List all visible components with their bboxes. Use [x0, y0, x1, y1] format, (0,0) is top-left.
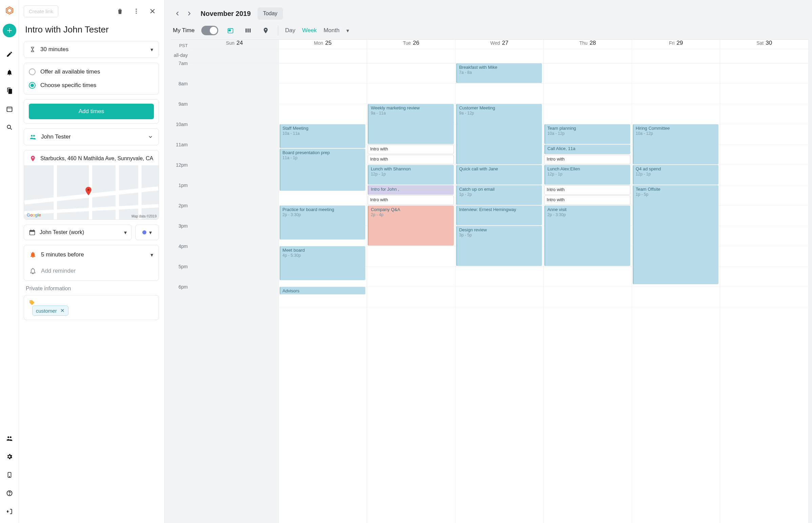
calendar-event[interactable]: Weekly marketing review9a - 11a [368, 104, 454, 144]
calendar-event[interactable]: Lunch Alex:Ellen12p - 1p [544, 165, 630, 185]
logout-icon[interactable] [3, 505, 16, 518]
search-icon[interactable] [3, 121, 16, 134]
map-preview[interactable]: Google Map data ©2019 [24, 165, 159, 219]
clipboard-icon[interactable] [3, 84, 16, 97]
hour-label: 6pm [171, 287, 191, 307]
radio-icon [29, 68, 36, 75]
calendar-event[interactable]: Q4 ad spend12p - 1p [633, 165, 719, 185]
columns-view-icon[interactable] [243, 25, 253, 36]
location-card[interactable]: Starbucks, 460 N Mathilda Ave, Sunnyvale… [24, 150, 159, 220]
calendar-event[interactable]: Intro with [368, 196, 454, 205]
hourglass-icon [30, 47, 36, 53]
delete-icon[interactable] [113, 5, 126, 18]
calendar-event[interactable]: Anne visit2p - 3:30p [544, 205, 630, 266]
day-grid[interactable]: Staff Meeting10a - 11aBoard presentation… [279, 64, 367, 307]
notifications-icon[interactable] [3, 66, 16, 79]
close-icon[interactable] [146, 5, 159, 18]
calendar-event[interactable]: Intro with [544, 185, 630, 195]
allday-cell[interactable] [367, 49, 455, 64]
day-grid[interactable]: Breakfast with Mike7a - 8aCustomer Meeti… [456, 64, 544, 307]
day-grid[interactable]: Hiring Committee10a - 12pQ4 ad spend12p … [632, 64, 720, 307]
calendar-event[interactable]: Intro with [368, 155, 454, 164]
phone-icon[interactable] [3, 468, 16, 482]
calendar-event[interactable]: Meet board4p - 5:30p [280, 246, 366, 280]
calendar-event[interactable]: Staff Meeting10a - 11a [280, 124, 366, 148]
add-reminder-row[interactable]: Add reminder [24, 263, 159, 279]
more-icon[interactable] [130, 5, 143, 18]
people-icon [30, 133, 36, 140]
remove-tag-icon[interactable]: ✕ [60, 308, 65, 314]
range-month[interactable]: Month [324, 27, 339, 34]
tag-chip[interactable]: customer ✕ [32, 306, 68, 316]
svg-point-13 [31, 135, 33, 137]
day-column[interactable]: Wed27Breakfast with Mike7a - 8aCustomer … [456, 40, 544, 523]
calendar-event[interactable]: Design review3p - 5p [456, 226, 542, 266]
radio-choose-specific[interactable]: Choose specific times [24, 78, 159, 92]
calendar-event[interactable]: Advisors [280, 287, 366, 294]
people-icon[interactable] [3, 432, 16, 445]
event-color-select[interactable]: ▾ [135, 224, 159, 240]
day-grid[interactable] [720, 64, 808, 307]
calendar-event[interactable]: Catch up on email1p - 2p [456, 185, 542, 205]
allday-cell[interactable] [632, 49, 720, 64]
attendee-row[interactable]: John Tester [24, 128, 159, 145]
allday-cell[interactable] [544, 49, 632, 64]
day-grid[interactable] [191, 64, 279, 307]
map-view-icon[interactable] [260, 25, 271, 36]
calendar-event[interactable]: Team planning10a - 12p [544, 124, 630, 144]
date-range-icon[interactable] [3, 102, 16, 116]
today-button[interactable]: Today [258, 7, 283, 20]
allday-cell[interactable] [279, 49, 367, 64]
day-column[interactable]: Tue26Weekly marketing review9a - 11aIntr… [367, 40, 456, 523]
radio-offer-all[interactable]: Offer all available times [24, 65, 159, 78]
chevron-down-icon[interactable]: ▾ [346, 28, 349, 34]
create-link-button[interactable]: Create link [24, 5, 58, 17]
svg-point-4 [7, 436, 9, 438]
chevron-down-icon [148, 134, 153, 140]
calendar-event[interactable]: Interview: Ernest Hemingway [456, 205, 542, 225]
edit-icon[interactable] [3, 48, 16, 61]
day-column[interactable]: Sat30 [720, 40, 809, 523]
add-times-button[interactable]: Add times [29, 104, 154, 119]
range-day[interactable]: Day [285, 27, 295, 34]
reminder-row[interactable]: 5 minutes before ▾ [24, 247, 159, 263]
range-week[interactable]: Week [302, 27, 317, 34]
event-panel: Create link Intro with John Tester 30 mi… [19, 0, 165, 523]
calendar-event[interactable]: Intro for John , [368, 185, 454, 195]
calendar-event[interactable]: Lunch with Shannon12p - 1p [368, 165, 454, 185]
calendar-event[interactable]: Intro with [544, 196, 630, 205]
day-column[interactable]: Sun24 [191, 40, 279, 523]
calendar-event[interactable]: Company Q&A2p - 4p [368, 205, 454, 246]
calendar-event[interactable]: Breakfast with Mike7a - 8a [456, 64, 542, 83]
help-icon[interactable] [3, 486, 16, 500]
day-column[interactable]: Mon25Staff Meeting10a - 11aBoard present… [279, 40, 367, 523]
allday-cell[interactable] [191, 49, 279, 64]
calendar-event[interactable]: Hiring Committee10a - 12p [633, 124, 719, 164]
calendar-event[interactable]: Call Alice, 11a [544, 145, 630, 154]
day-grid[interactable]: Weekly marketing review9a - 11aIntro wit… [367, 64, 455, 307]
calendar-event[interactable]: Board presentation prep11a - 1p [280, 149, 366, 191]
calendar-pane: November 2019 Today My Time Day Week Mon… [165, 0, 812, 523]
day-column[interactable]: Thu28Team planning10a - 12pCall Alice, 1… [544, 40, 632, 523]
calendar-view-icon[interactable] [225, 25, 236, 36]
calendar-event[interactable]: Intro with [368, 145, 454, 154]
calendar-event[interactable]: Team Offsite1p - 5p [633, 185, 719, 284]
allday-cell[interactable] [456, 49, 544, 64]
next-button[interactable] [184, 9, 194, 18]
private-info-label: Private information [26, 286, 159, 292]
calendar-select[interactable]: John Tester (work) ▾ [24, 224, 132, 240]
allday-cell[interactable] [720, 49, 808, 64]
settings-icon[interactable] [3, 450, 16, 463]
calendar-event[interactable]: Practice for board meeting2p - 3:30p [280, 205, 366, 239]
duration-select[interactable]: 30 minutes ▾ [24, 41, 159, 58]
calendar-event[interactable]: Intro with [544, 155, 630, 164]
day-grid[interactable]: Team planning10a - 12pCall Alice, 11aInt… [544, 64, 632, 307]
my-time-label: My Time [173, 27, 195, 34]
calendar-event[interactable]: Customer Meeting9a - 12p [456, 104, 542, 164]
prev-button[interactable] [173, 9, 182, 18]
my-time-toggle[interactable] [201, 26, 218, 35]
create-button[interactable] [3, 24, 16, 37]
day-column[interactable]: Fri29Hiring Committee10a - 12pQ4 ad spen… [632, 40, 721, 523]
event-title[interactable]: Intro with John Tester [25, 24, 159, 35]
calendar-event[interactable]: Quick call with Jane [456, 165, 542, 185]
